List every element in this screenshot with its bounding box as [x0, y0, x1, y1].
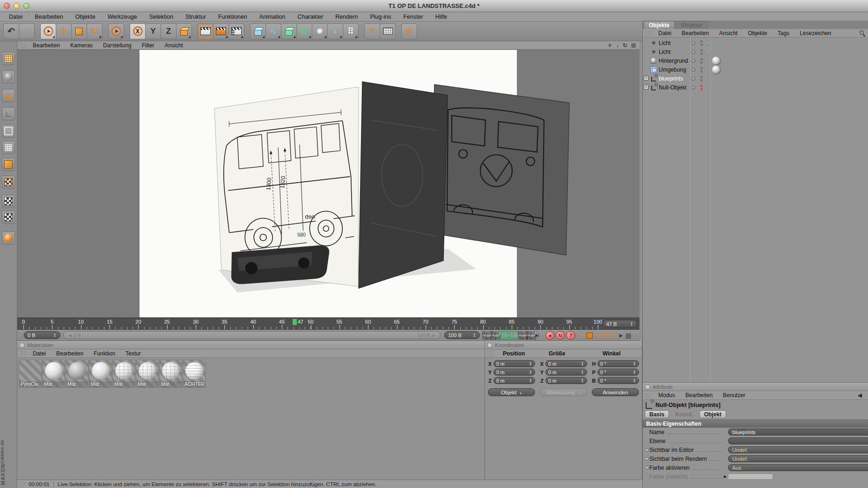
layer-dot-icon[interactable]	[691, 59, 695, 63]
visibility-dots-icon[interactable]	[700, 49, 703, 55]
tab-objekte[interactable]: Objekte	[644, 21, 675, 29]
attribute-menu-item[interactable]: Modus	[653, 392, 680, 399]
search-icon[interactable]	[859, 30, 865, 36]
toggle-view-icon[interactable]: ⊞	[631, 42, 636, 49]
range-end-field[interactable]: 100 B	[444, 331, 480, 339]
material-item[interactable]: ACHTER	[183, 360, 206, 388]
redo-icon[interactable]: ↷	[19, 23, 35, 39]
attribute-value[interactable]: Undef.	[728, 446, 868, 453]
panel-grip-icon[interactable]	[645, 393, 651, 398]
viewport-menu-item[interactable]: Bearbeiten	[28, 42, 65, 49]
stepper-icon[interactable]	[633, 362, 636, 366]
visibility-dots-icon[interactable]	[700, 58, 703, 64]
rail-button[interactable]	[2, 52, 15, 65]
viewport-menu-item[interactable]: Darstellung	[98, 42, 137, 49]
material-item[interactable]: Mat	[66, 360, 88, 388]
rail-button[interactable]	[2, 141, 15, 154]
object-manager-menu-item[interactable]: Bearbeiten	[677, 30, 714, 37]
attribute-value[interactable]	[728, 437, 868, 444]
rotate-icon[interactable]: ↻	[87, 23, 103, 39]
selection-tool-icon[interactable]: ➤	[108, 23, 124, 39]
attribute-tab[interactable]: Koord.	[670, 410, 698, 418]
size-field[interactable]: 0 m	[545, 360, 587, 367]
object-label[interactable]: Hintergrund	[659, 58, 688, 64]
stepper-icon[interactable]	[529, 370, 532, 375]
zoom-view-icon[interactable]: ↓	[616, 42, 619, 49]
panel-grip-icon[interactable]	[487, 351, 493, 356]
tag-material-thumbnail[interactable]	[712, 66, 720, 74]
live-selection-icon[interactable]: ➤	[40, 23, 56, 39]
viewport-menu-item[interactable]: Kameras	[65, 42, 98, 49]
scale-icon[interactable]	[71, 23, 87, 39]
undo-icon[interactable]: ↶	[3, 23, 19, 39]
add-cube-object-icon[interactable]	[250, 23, 266, 39]
material-item[interactable]: PyroClu	[19, 360, 42, 388]
object-manager-menu-item[interactable]: Ansicht	[714, 30, 743, 37]
visibility-dots-icon[interactable]	[700, 40, 703, 46]
object-label[interactable]: Null-Objekt	[659, 84, 686, 91]
online-updater-icon[interactable]: ⊕	[401, 23, 417, 39]
visibility-dots-icon[interactable]	[700, 76, 703, 81]
position-field[interactable]: 0 m	[493, 369, 535, 376]
apply-button[interactable]: Anwenden	[592, 388, 639, 396]
rail-button[interactable]	[2, 158, 15, 171]
content-browser-icon[interactable]	[380, 23, 396, 39]
record-keyframe-button[interactable]: ●	[545, 331, 555, 340]
menu-item[interactable]: Struktur	[179, 14, 212, 20]
rail-button[interactable]: ◢	[2, 89, 15, 102]
material-item[interactable]: Mat	[159, 360, 182, 388]
viewport-menu-item[interactable]: Filter	[137, 42, 160, 49]
viewport-menu-item[interactable]: Ansicht	[159, 42, 188, 49]
key-parameter-toggle[interactable]: Ⓟ	[603, 333, 609, 339]
goto-end-button[interactable]: [object Object]▶|	[528, 331, 537, 340]
add-hypernurbs-icon[interactable]	[281, 23, 297, 39]
panel-grip-icon[interactable]	[19, 351, 26, 356]
current-frame-field[interactable]: 47 B	[603, 320, 637, 328]
object-row[interactable]: blueprints	[643, 74, 868, 83]
material-item[interactable]: Mat	[112, 360, 135, 388]
tag-material-thumbnail[interactable]	[712, 57, 720, 65]
object-manager-menu-item[interactable]: Tags	[772, 30, 794, 37]
rail-button[interactable]	[2, 231, 15, 244]
menu-item[interactable]: Werkzeuge	[102, 14, 143, 20]
stepper-icon[interactable]	[633, 378, 636, 383]
viewport-3d-canvas[interactable]: 1300 1320 085 neb	[17, 50, 640, 318]
attribute-value[interactable]: blueprints	[728, 429, 868, 436]
lock-y-axis-icon[interactable]: Y	[145, 23, 161, 39]
enabled-check-icon[interactable]	[706, 39, 713, 47]
visibility-dots-icon[interactable]	[700, 85, 703, 90]
rail-button[interactable]	[2, 176, 15, 189]
timeline-playhead[interactable]	[293, 319, 297, 325]
autokey-button[interactable]: ↻	[556, 331, 565, 340]
key-scale-toggle[interactable]	[587, 333, 593, 339]
selection-filter-icon[interactable]: ➤	[618, 333, 623, 339]
attribute-value[interactable]	[728, 473, 773, 480]
menu-item[interactable]: Rendern	[329, 14, 364, 20]
pan-view-icon[interactable]: ✛	[608, 42, 612, 49]
material-item[interactable]: Mat	[42, 360, 65, 388]
layer-dot-icon[interactable]	[691, 68, 695, 72]
key-position-toggle[interactable]: ✛	[579, 333, 584, 339]
panel-grip-icon[interactable]	[19, 481, 26, 487]
object-label[interactable]: Umgebung	[659, 67, 686, 73]
visibility-dots-icon[interactable]	[700, 67, 703, 73]
add-deformer-icon[interactable]: ◗	[327, 23, 343, 39]
angle-field[interactable]: 0 °	[597, 377, 639, 384]
menu-item[interactable]: Charakter	[291, 14, 329, 20]
key-pla-toggle[interactable]: ⠿	[611, 333, 616, 339]
stepper-icon[interactable]	[472, 333, 476, 338]
render-view-icon[interactable]	[198, 23, 213, 39]
object-manager-menu-item[interactable]: Objekte	[743, 30, 772, 37]
object-row[interactable]: ✳ Licht	[643, 47, 868, 56]
menu-item[interactable]: Datei	[3, 14, 29, 20]
layer-dot-icon[interactable]	[691, 41, 695, 45]
angle-field[interactable]: 0 °	[597, 369, 639, 376]
material-item[interactable]: Mat	[89, 360, 112, 388]
rail-button[interactable]	[2, 211, 15, 224]
stepper-icon[interactable]	[53, 333, 57, 338]
stepper-icon[interactable]	[581, 362, 584, 366]
timeline-range-slider[interactable]: ◄ 0 B 100 B ►	[63, 331, 441, 339]
size-field[interactable]: 0 m	[545, 377, 587, 384]
layer-dot-icon[interactable]	[691, 77, 695, 81]
expand-icon[interactable]	[644, 76, 648, 81]
